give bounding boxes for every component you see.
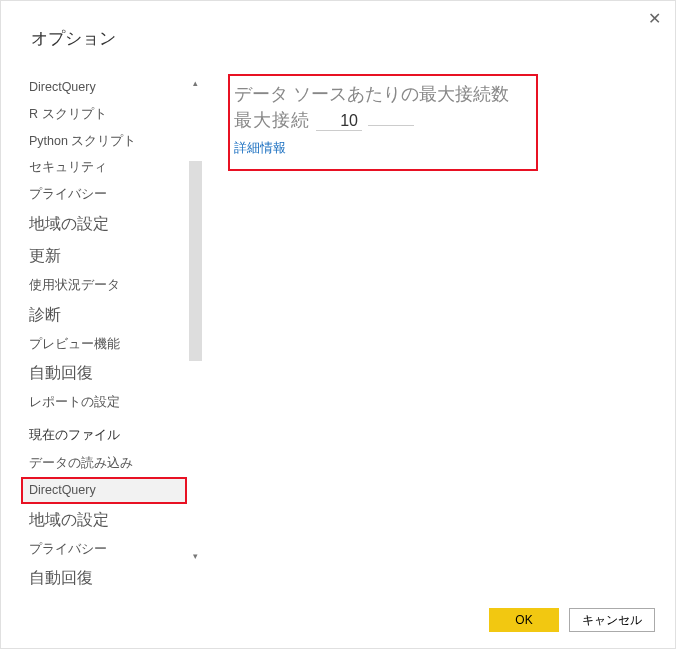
scroll-down-icon[interactable]: ▾: [187, 547, 204, 564]
sidebar-item[interactable]: 自動回復: [21, 562, 187, 594]
sidebar-item[interactable]: DirectQuery: [21, 477, 187, 504]
sidebar-item[interactable]: 地域の設定: [21, 208, 187, 240]
main-panel: データ ソースあたりの最大接続数 最大接続 詳細情報: [204, 74, 675, 596]
ok-button[interactable]: OK: [489, 608, 559, 632]
max-connections-row: 最大接続: [234, 108, 524, 132]
sidebar-item[interactable]: R スクリプト: [21, 101, 187, 128]
sidebar-item[interactable]: データの読み込み: [21, 450, 187, 477]
close-icon: ✕: [648, 10, 661, 27]
sidebar: DirectQueryR スクリプトPython スクリプトセキュリティプライバ…: [21, 74, 187, 564]
panel-heading: データ ソースあたりの最大接続数: [234, 82, 524, 106]
sidebar-item[interactable]: セキュリティ: [21, 154, 187, 181]
sidebar-item[interactable]: 更新: [21, 240, 187, 272]
sidebar-item[interactable]: 使用状況データ: [21, 272, 187, 299]
sidebar-item[interactable]: プレビュー機能: [21, 331, 187, 358]
sidebar-item[interactable]: プライバシー: [21, 181, 187, 208]
cancel-button[interactable]: キャンセル: [569, 608, 655, 632]
sidebar-scrollbar[interactable]: ▴ ▾: [187, 74, 204, 564]
sidebar-item[interactable]: DirectQuery: [21, 74, 187, 101]
sidebar-item[interactable]: 診断: [21, 299, 187, 331]
dialog-footer: OK キャンセル: [1, 596, 675, 648]
dialog-content: DirectQueryR スクリプトPython スクリプトセキュリティプライバ…: [1, 50, 675, 596]
max-connections-input[interactable]: [316, 112, 362, 131]
sidebar-section-header: 現在のファイル: [21, 416, 187, 450]
scroll-track[interactable]: [187, 91, 204, 547]
sidebar-item[interactable]: 自動回復: [21, 357, 187, 389]
options-dialog: ✕ オプション DirectQueryR スクリプトPython スクリプトセキ…: [0, 0, 676, 649]
input-underline: [368, 108, 414, 126]
sidebar-item[interactable]: Python スクリプト: [21, 128, 187, 155]
max-connections-label: 最大接続: [234, 108, 310, 132]
scroll-thumb[interactable]: [189, 161, 202, 361]
sidebar-item[interactable]: プライバシー: [21, 536, 187, 563]
scroll-up-icon[interactable]: ▴: [187, 74, 204, 91]
sidebar-item[interactable]: 地域の設定: [21, 504, 187, 536]
directquery-panel: データ ソースあたりの最大接続数 最大接続 詳細情報: [228, 74, 538, 171]
sidebar-item[interactable]: レポートの設定: [21, 389, 187, 416]
dialog-title: オプション: [1, 1, 675, 50]
more-info-link[interactable]: 詳細情報: [234, 140, 286, 155]
close-button[interactable]: ✕: [648, 11, 661, 27]
